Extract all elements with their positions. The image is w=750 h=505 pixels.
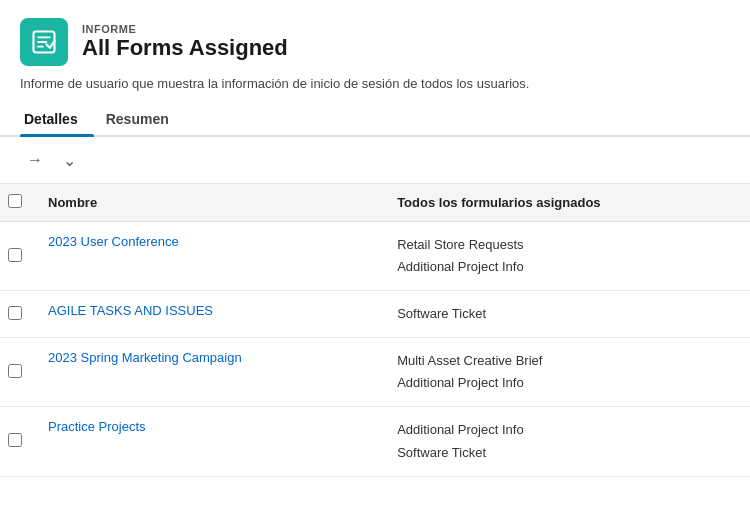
- row-checkbox-cell: [0, 407, 36, 476]
- row-name-link[interactable]: Practice Projects: [48, 419, 146, 434]
- row-forms-cell: Multi Asset Creative Brief Additional Pr…: [385, 338, 750, 407]
- row-name-cell: 2023 User Conference: [36, 222, 385, 291]
- row-forms-cell: Retail Store Requests Additional Project…: [385, 222, 750, 291]
- export-icon: →: [27, 151, 43, 169]
- row-forms-cell: Software Ticket: [385, 291, 750, 338]
- chevron-down-icon: ⌄: [63, 151, 76, 170]
- row-checkbox[interactable]: [8, 248, 22, 262]
- row-checkbox-cell: [0, 222, 36, 291]
- report-icon: [30, 28, 58, 56]
- row-name-cell: Practice Projects: [36, 407, 385, 476]
- table-row: 2023 User ConferenceRetail Store Request…: [0, 222, 750, 291]
- row-checkbox[interactable]: [8, 433, 22, 447]
- col-forms: Todos los formularios asignados: [385, 184, 750, 222]
- select-all-col: [0, 184, 36, 222]
- export-button[interactable]: →: [20, 145, 50, 175]
- row-forms-cell: Additional Project Info Software Ticket: [385, 407, 750, 476]
- row-name-link[interactable]: 2023 Spring Marketing Campaign: [48, 350, 242, 365]
- table-header-row: Nombre Todos los formularios asignados: [0, 184, 750, 222]
- table-row: Practice ProjectsAdditional Project Info…: [0, 407, 750, 476]
- col-nombre: Nombre: [36, 184, 385, 222]
- table-row: AGILE TASKS AND ISSUESSoftware Ticket: [0, 291, 750, 338]
- row-checkbox[interactable]: [8, 306, 22, 320]
- tab-bar: Detalles Resumen: [0, 103, 750, 137]
- page-subtitle: Informe de usuario que muestra la inform…: [0, 76, 750, 103]
- row-name-cell: 2023 Spring Marketing Campaign: [36, 338, 385, 407]
- row-checkbox[interactable]: [8, 364, 22, 378]
- page-header: INFORME All Forms Assigned: [0, 0, 750, 76]
- row-name-cell: AGILE TASKS AND ISSUES: [36, 291, 385, 338]
- header-text: INFORME All Forms Assigned: [82, 23, 288, 61]
- tab-resumen[interactable]: Resumen: [102, 103, 185, 135]
- toolbar: → ⌄: [0, 137, 750, 184]
- header-label: INFORME: [82, 23, 288, 35]
- tab-detalles[interactable]: Detalles: [20, 103, 94, 135]
- chevron-down-button[interactable]: ⌄: [54, 145, 84, 175]
- row-checkbox-cell: [0, 338, 36, 407]
- data-table: Nombre Todos los formularios asignados 2…: [0, 184, 750, 477]
- table-row: 2023 Spring Marketing CampaignMulti Asse…: [0, 338, 750, 407]
- row-name-link[interactable]: 2023 User Conference: [48, 234, 179, 249]
- select-all-checkbox[interactable]: [8, 194, 22, 208]
- page-title: All Forms Assigned: [82, 35, 288, 61]
- row-checkbox-cell: [0, 291, 36, 338]
- app-icon: [20, 18, 68, 66]
- row-name-link[interactable]: AGILE TASKS AND ISSUES: [48, 303, 213, 318]
